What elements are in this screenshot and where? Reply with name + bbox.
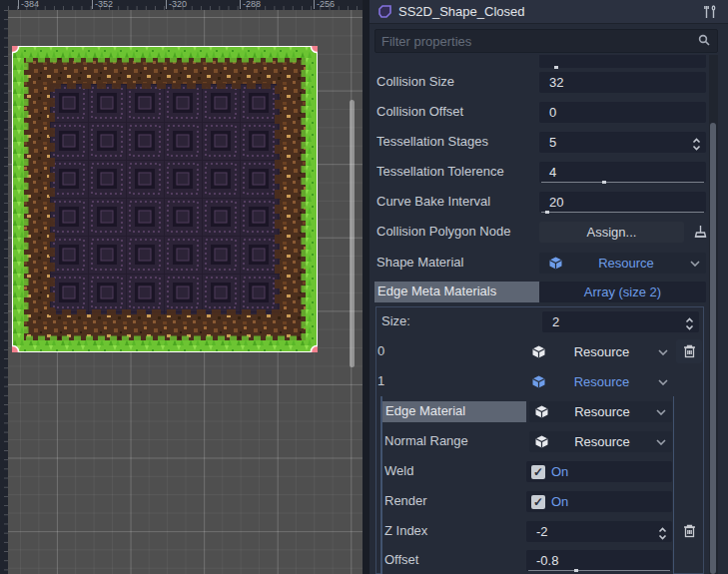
property-label: Collision Polygon Node [376, 222, 536, 242]
horizontal-ruler: -384 -352 -320 -288 -256 [8, 0, 363, 10]
edge-material-subpanel [380, 396, 674, 574]
spinner-updown-icon[interactable] [658, 525, 667, 546]
property-label: Tessellation Tolerence [376, 162, 536, 182]
resource-cube-icon [532, 345, 545, 358]
tessellation-stages-field[interactable]: 5 [539, 132, 706, 153]
collision-size-field[interactable]: 32 [539, 72, 706, 93]
resource-cube-icon [535, 405, 548, 418]
edge-material-label[interactable]: Edge Material [382, 401, 526, 422]
ruler-label: -256 [314, 0, 335, 9]
viewport-vertical-scrollbar[interactable] [350, 100, 355, 367]
ruler-corner [0, 0, 8, 10]
spinner-updown-icon[interactable] [692, 136, 701, 157]
inspector-scrollbar-thumb[interactable] [710, 123, 716, 574]
ruler-label: -288 [240, 0, 261, 9]
property-label: Tessellation Stages [376, 132, 536, 152]
inspector-scroll-area: Collision Size 32 Collision Offset 0 Tes… [369, 55, 709, 574]
inspector-panel: SS2D_Shape_Closed Filter properties Coll… [369, 0, 728, 574]
array-index-label: 1 [377, 371, 497, 391]
property-label: Offset [384, 550, 524, 570]
assign-node-button[interactable]: Assign... [539, 222, 684, 243]
trash-icon[interactable] [676, 519, 702, 543]
filter-properties-input[interactable]: Filter properties [374, 29, 718, 53]
edge-meta-materials-label[interactable]: Edge Meta Materials [374, 282, 539, 302]
godot-editor: -384 -352 -320 -288 -256 [0, 0, 728, 574]
filter-placeholder: Filter properties [381, 34, 697, 49]
trash-icon[interactable] [676, 339, 702, 363]
ruler-label: -352 [92, 0, 113, 9]
array-size-button[interactable]: Array (size 2) [539, 282, 706, 302]
resource-cube-icon [549, 257, 562, 270]
canvas-grid[interactable] [8, 10, 363, 574]
ss2d-shape[interactable] [12, 46, 318, 352]
element0-resource[interactable]: Resource [524, 341, 674, 362]
inspected-node-title: SS2D_Shape_Closed [398, 4, 524, 19]
property-label: Curve Bake Interval [376, 192, 536, 212]
search-icon [697, 33, 711, 50]
array-size-field[interactable]: 2 [542, 311, 699, 332]
shape-polygon-icon [377, 4, 392, 19]
weld-checkbox-row[interactable]: ✓On [526, 461, 672, 482]
ruler-label: -320 [166, 0, 187, 9]
property-label: Collision Offset [376, 102, 536, 122]
dock-separator[interactable] [363, 0, 369, 574]
resource-cube-icon [532, 375, 545, 388]
property-label: Shape Material [376, 253, 536, 273]
element1-resource[interactable]: Resource [524, 371, 674, 392]
z-index-field[interactable]: -2 [526, 521, 672, 542]
vertical-ruler [0, 10, 8, 574]
property-label: Normal Range [384, 431, 524, 451]
array-index-label: 0 [377, 341, 497, 361]
chevron-down-icon [658, 379, 668, 385]
property-label: Render [384, 491, 524, 511]
normal-range-resource[interactable]: Resource [529, 431, 672, 452]
tools-icon[interactable] [702, 4, 718, 20]
canvas-viewport: -384 -352 -320 -288 -256 [0, 0, 363, 574]
edge-material-resource[interactable]: Resource [529, 401, 672, 422]
chevron-down-icon [656, 439, 666, 445]
render-checkbox-row[interactable]: ✓On [526, 491, 672, 512]
property-label: Weld [384, 461, 524, 481]
offset-slider[interactable]: -0.8 [526, 550, 672, 571]
chevron-down-icon [656, 409, 666, 415]
checkmark-icon[interactable]: ✓ [531, 495, 545, 509]
resource-cube-icon [535, 435, 548, 448]
shape-material-resource[interactable]: Resource [539, 253, 706, 274]
checkmark-icon[interactable]: ✓ [531, 465, 545, 479]
collision-offset-field[interactable]: 0 [539, 102, 706, 123]
property-label: Z Index [384, 521, 524, 541]
property-label: Collision Size [376, 72, 536, 92]
clear-brush-icon[interactable] [687, 220, 709, 244]
spinner-updown-icon[interactable] [685, 315, 694, 336]
inspector-scrollbar[interactable] [709, 55, 718, 574]
property-label: Size: [381, 311, 531, 331]
chevron-down-icon [658, 349, 668, 355]
tessellation-tolerence-slider[interactable]: 4 [539, 162, 706, 183]
chevron-down-icon [690, 261, 700, 267]
ruler-label: -384 [18, 0, 39, 9]
clipped-property-field[interactable] [539, 55, 706, 68]
curve-bake-interval-slider[interactable]: 20 [539, 192, 706, 213]
tile-interior [50, 84, 280, 314]
inspector-header: SS2D_Shape_Closed [369, 0, 728, 24]
